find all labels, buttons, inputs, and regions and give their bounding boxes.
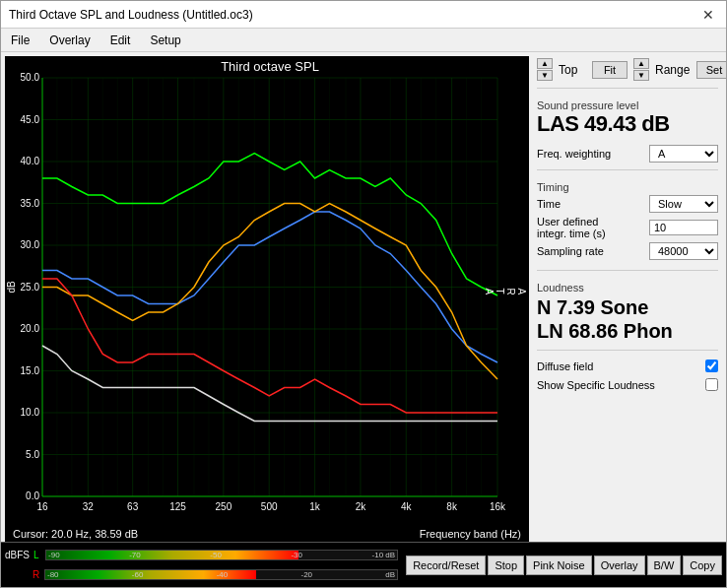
copy-button[interactable]: Copy: [683, 555, 722, 575]
close-button[interactable]: ✕: [698, 5, 718, 25]
pink-noise-button[interactable]: Pink Noise: [526, 555, 592, 575]
record-reset-button[interactable]: Record/Reset: [406, 555, 486, 575]
loudness-header: Loudness: [537, 282, 718, 294]
menu-file[interactable]: File: [5, 32, 35, 49]
diffuse-field-row: Diffuse field: [537, 359, 718, 372]
fit-button[interactable]: Fit: [592, 61, 628, 79]
window-title: Third Octave SPL and Loudness (Untitled.…: [9, 8, 253, 22]
tick2-db: dB: [385, 570, 395, 579]
arta-label: ARTA: [484, 288, 527, 294]
show-specific-label: Show Specific Loudness: [537, 379, 655, 391]
sampling-select[interactable]: 44100 48000 96000: [649, 242, 718, 260]
main-content: ARTA Cursor: 20.0 Hz, 38.59 dB Frequency…: [1, 52, 726, 542]
loudness-n-value: N 7.39 Sone: [537, 295, 718, 319]
menu-bar: File Overlay Edit Setup: [1, 29, 726, 52]
top-range-controls: ▲ ▼ Top Fit ▲ ▼ Range Set: [537, 58, 718, 81]
divider3: [537, 270, 718, 271]
tick2-20: -20: [300, 570, 312, 579]
show-specific-checkbox[interactable]: [705, 378, 718, 391]
divider1: [537, 88, 718, 89]
time-label: Time: [537, 198, 649, 210]
diffuse-field-checkbox[interactable]: [705, 359, 718, 372]
loudness-section: Loudness N 7.39 Sone LN 68.86 Phon: [537, 282, 718, 343]
diffuse-field-label: Diffuse field: [537, 360, 593, 372]
range-up-btn[interactable]: ▲: [633, 58, 649, 69]
loudness-ln-value: LN 68.86 Phon: [537, 319, 718, 343]
divider4: [537, 350, 718, 351]
timing-header: Timing: [537, 181, 718, 193]
timing-section: Timing Time Slow Fast Impulse User defin…: [537, 181, 718, 263]
top-down-btn[interactable]: ▼: [537, 70, 553, 81]
menu-overlay[interactable]: Overlay: [43, 32, 96, 49]
range-label: Range: [655, 63, 691, 77]
freq-weighting-select[interactable]: A B C Z: [649, 145, 718, 163]
stop-button[interactable]: Stop: [488, 555, 524, 575]
range-down-btn[interactable]: ▼: [633, 70, 649, 81]
main-window: Third Octave SPL and Loudness (Untitled.…: [0, 0, 727, 588]
divider2: [537, 169, 718, 170]
freq-weighting-label: Freq. weighting: [537, 148, 611, 160]
tick-10-db: -10 dB: [372, 551, 396, 559]
top-spinner: ▲ ▼: [537, 58, 553, 81]
dbfs-label: dBFS: [5, 550, 30, 560]
integr-label: User definedintegr. time (s): [537, 216, 649, 239]
bw-button[interactable]: B/W: [647, 555, 682, 575]
top-up-btn[interactable]: ▲: [537, 58, 553, 69]
sampling-row: Sampling rate 44100 48000 96000: [537, 242, 718, 260]
set-button[interactable]: Set: [696, 61, 726, 79]
menu-setup[interactable]: Setup: [144, 32, 186, 49]
freq-weighting-row: Freq. weighting A B C Z: [537, 145, 718, 163]
spl-value: LAS 49.43 dB: [537, 111, 718, 137]
menu-edit[interactable]: Edit: [104, 32, 137, 49]
bottom-bar: dBFS L -90 -70 -50 -30 -10 dB R: [1, 542, 726, 587]
freq-band-label: Frequency band (Hz): [420, 528, 521, 540]
spl-section: Sound pressure level LAS 49.43 dB: [537, 99, 718, 137]
title-bar: Third Octave SPL and Loudness (Untitled.…: [1, 1, 726, 29]
spl-label: Sound pressure level: [537, 99, 718, 111]
time-row: Time Slow Fast Impulse: [537, 195, 718, 213]
integr-row: User definedintegr. time (s) 10: [537, 216, 718, 239]
sampling-label: Sampling rate: [537, 245, 649, 257]
right-panel: ▲ ▼ Top Fit ▲ ▼ Range Set Sound pressure…: [529, 52, 726, 542]
cursor-text: Cursor: 20.0 Hz, 38.59 dB: [13, 528, 138, 540]
cursor-info: Cursor: 20.0 Hz, 38.59 dB Frequency band…: [5, 526, 529, 542]
range-spinner: ▲ ▼: [633, 58, 649, 81]
top-label: Top: [559, 63, 586, 77]
integr-input[interactable]: 10: [649, 220, 718, 235]
l-channel-label: L: [33, 550, 41, 560]
r-channel-label: R: [33, 569, 40, 580]
time-select[interactable]: Slow Fast Impulse: [649, 195, 718, 213]
overlay-button[interactable]: Overlay: [594, 555, 645, 575]
bottom-buttons: Record/Reset Stop Pink Noise Overlay B/W…: [402, 543, 726, 587]
show-specific-row: Show Specific Loudness: [537, 378, 718, 391]
